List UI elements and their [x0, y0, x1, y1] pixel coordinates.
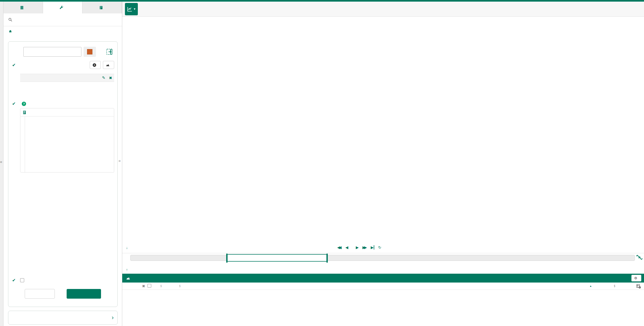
range-start-link[interactable]: ↓: [126, 246, 130, 250]
tab-tools[interactable]: [43, 2, 82, 13]
move-to-journal-icon[interactable]: [106, 48, 113, 55]
customize-button[interactable]: ⚙: [631, 275, 641, 281]
variables-section-header: ✔ +: [12, 61, 114, 69]
area-chart-icon: [126, 276, 130, 280]
chevron-right-icon: ›: [112, 314, 114, 321]
sort-asc-icon: ▲: [589, 285, 592, 287]
formula-actions: [8, 289, 117, 299]
sort-icon[interactable]: ▴▾: [179, 284, 180, 288]
variable-details-button[interactable]: [103, 61, 114, 69]
plus-icon: +: [93, 63, 96, 67]
variable-row: ✎ ✖: [20, 74, 114, 82]
sort-icon[interactable]: ▴▾: [160, 284, 161, 288]
formula-name-input[interactable]: [23, 47, 81, 57]
formula-section-header: ✔ ?: [12, 101, 114, 106]
step-forward-icon[interactable]: ▶: [356, 245, 359, 250]
breadcrumb: [8, 30, 17, 33]
arrow-up-icon: ↑: [126, 268, 128, 272]
check-icon: ✔: [12, 278, 20, 283]
trend-lanes[interactable]: [122, 17, 644, 244]
database-icon: [20, 5, 24, 10]
auto-update-icon[interactable]: [636, 254, 643, 261]
edit-variable-icon[interactable]: ✎: [102, 75, 106, 80]
refresh-icon[interactable]: ↻: [378, 245, 381, 250]
tab-journal[interactable]: [82, 2, 122, 13]
range-step-controls: ◀◀ ◀ ▶ ▶▶ ▶ ↻: [337, 245, 381, 250]
document-outline-icon[interactable]: [23, 110, 27, 115]
execute-button[interactable]: [67, 289, 101, 299]
tool-sidebar: ✔ + ✎ ✖ ✔: [3, 2, 122, 326]
column-lane[interactable]: ▲: [588, 285, 592, 287]
timeline-selection-window[interactable]: [227, 254, 327, 262]
formula-code[interactable]: [20, 116, 114, 173]
details-table-header: ✖ ▴▾ ▴▾ ▲ ▴▾: [122, 283, 644, 290]
step-back-double-icon[interactable]: ◀◀: [337, 245, 342, 250]
column-count[interactable]: ▴▾: [613, 284, 615, 288]
editor-toolbar: [20, 108, 114, 116]
collapse-sidebar-icon[interactable]: «: [118, 158, 121, 163]
investigate-start[interactable]: ↑: [126, 268, 130, 272]
cancel-button[interactable]: [25, 289, 55, 299]
check-icon: ✔: [12, 101, 20, 106]
timeline-track[interactable]: [130, 255, 635, 261]
details-panel-header: ⚙: [122, 274, 644, 283]
remove-variable-icon[interactable]: ✖: [109, 76, 112, 80]
search-icon: [8, 18, 12, 22]
step-forward-double-icon[interactable]: ▶▶: [362, 245, 367, 250]
journal-icon: [99, 5, 103, 10]
display-range-bar: ↓ ◀◀ ◀ ▶ ▶▶ ▶ ↻: [122, 244, 644, 253]
timeline-scrubber: ↑: [122, 253, 644, 274]
color-swatch: [87, 49, 92, 54]
add-column-icon[interactable]: [636, 284, 641, 288]
derived-data-card[interactable]: ›: [8, 311, 118, 325]
available-outside-row: ✔: [12, 278, 114, 283]
view-mode-dropdown[interactable]: ▼: [125, 3, 138, 15]
help-icon[interactable]: ?: [22, 102, 26, 106]
formula-name-row: [12, 46, 114, 57]
editor-gutter: [25, 116, 25, 173]
remove-all-icon[interactable]: ✖: [142, 284, 145, 288]
expand-left-panel-icon[interactable]: «: [0, 159, 2, 164]
wrench-icon: [59, 5, 64, 10]
tab-data[interactable]: [3, 2, 43, 13]
trend-view: ▼ ↓ ◀◀ ◀ ▶ ▶▶ ▶ ↻: [122, 2, 644, 326]
color-swatch-button[interactable]: [84, 47, 96, 57]
details-panel: ⚙ ✖ ▴▾ ▴▾ ▲ ▴▾: [122, 274, 644, 326]
select-all-checkbox[interactable]: [147, 284, 151, 288]
formula-editor[interactable]: [20, 108, 114, 173]
home-icon[interactable]: [8, 30, 12, 33]
variable-search-button[interactable]: +: [90, 61, 101, 69]
filter-tools-input[interactable]: [3, 13, 122, 26]
selection-left-handle[interactable]: [226, 254, 228, 263]
sidebar-tabs: [3, 2, 122, 13]
variables-table: ✎ ✖: [20, 72, 114, 82]
area-chart-icon: [106, 63, 110, 67]
step-to-end-icon[interactable]: ▶: [371, 245, 375, 250]
arrow-down-icon: ↓: [126, 246, 128, 250]
check-icon: ✔: [12, 63, 20, 68]
available-outside-checkbox[interactable]: [20, 278, 24, 282]
step-back-icon[interactable]: ◀: [346, 245, 348, 250]
sort-icon: ▴▾: [614, 284, 615, 288]
trend-view-icon: [127, 6, 133, 12]
trend-toolbar: ▼: [122, 2, 644, 17]
formula-tool-panel: ✔ + ✎ ✖ ✔: [8, 41, 118, 307]
collapsed-panel-rail: «: [0, 2, 3, 326]
selection-right-handle[interactable]: [326, 254, 328, 263]
lanes-canvas: [122, 17, 644, 244]
chevron-down-icon: ▼: [133, 8, 136, 10]
gear-icon: ⚙: [634, 276, 637, 280]
